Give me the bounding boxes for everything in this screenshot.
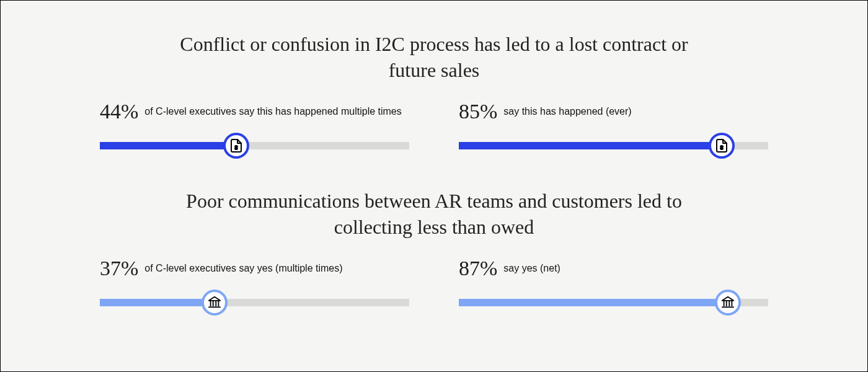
- bar-fill: [100, 142, 236, 149]
- stat-head: 44% of C-level executives say this has h…: [100, 97, 409, 126]
- bar-marker: [709, 133, 735, 159]
- progress-bar: [459, 290, 768, 316]
- section-title: Conflict or confusion in I2C process has…: [180, 32, 688, 83]
- bar-fill: [459, 299, 728, 306]
- stat-description: say this has happened (ever): [503, 105, 631, 118]
- svg-marker-6: [722, 297, 733, 301]
- stat-row: 37% of C-level executives say yes (multi…: [100, 254, 768, 316]
- stat-head: 87% say yes (net): [459, 254, 768, 283]
- section-ar: Poor communications between AR teams and…: [100, 188, 768, 316]
- stat-head: 85% say this has happened (ever): [459, 97, 768, 126]
- bank-icon: [721, 296, 735, 309]
- stat-description: of C-level executives say yes (multiple …: [144, 262, 342, 275]
- stat-description: of C-level executives say this has happe…: [144, 105, 401, 118]
- bar-fill: [459, 142, 722, 149]
- bar-marker: [202, 290, 228, 316]
- bank-icon: [208, 296, 221, 309]
- stat-percent: 44%: [100, 100, 138, 123]
- progress-bar: [100, 133, 409, 159]
- stat-i2c-ever: 85% say this has happened (ever): [459, 97, 768, 159]
- invoice-icon: [714, 138, 729, 153]
- bar-fill: [100, 299, 215, 306]
- section-title: Poor communications between AR teams and…: [180, 188, 688, 240]
- stat-percent: 85%: [459, 100, 497, 123]
- stat-row: 44% of C-level executives say this has h…: [100, 97, 768, 159]
- invoice-icon: [229, 138, 244, 153]
- stat-percent: 37%: [100, 257, 138, 280]
- stat-ar-multiple: 37% of C-level executives say yes (multi…: [100, 254, 409, 316]
- stat-ar-net: 87% say yes (net): [459, 254, 768, 316]
- stat-description: say yes (net): [503, 262, 560, 275]
- stat-head: 37% of C-level executives say yes (multi…: [100, 254, 409, 283]
- stat-percent: 87%: [459, 257, 497, 280]
- progress-bar: [459, 133, 768, 159]
- section-i2c: Conflict or confusion in I2C process has…: [100, 32, 768, 159]
- svg-marker-0: [208, 297, 219, 301]
- progress-bar: [100, 290, 409, 316]
- stat-i2c-multiple: 44% of C-level executives say this has h…: [100, 97, 409, 159]
- bar-marker: [223, 133, 249, 159]
- bar-marker: [715, 290, 741, 316]
